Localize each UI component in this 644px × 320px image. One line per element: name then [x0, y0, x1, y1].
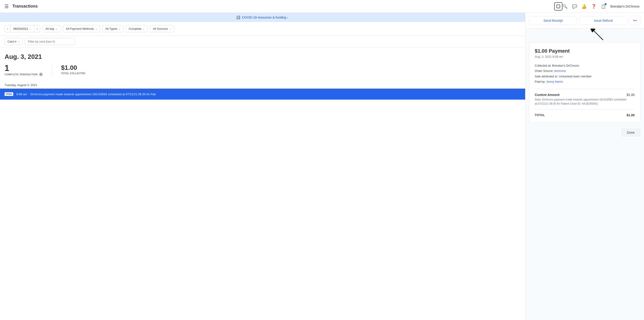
paid-by-row: Paid by: Jenny Harris — [535, 79, 635, 84]
transaction-row[interactable]: VISA 9:08 am Drchrono payment made towar… — [0, 89, 525, 100]
message-icon[interactable]: 💬 — [572, 4, 577, 9]
bell-icon[interactable]: 🔔 — [582, 4, 587, 9]
help-icon[interactable]: ❓ — [591, 4, 596, 9]
date-navigator: ‹ 08/03/2021 ⌄ › — [4, 25, 40, 32]
order-source-label: Order Source: — [535, 69, 554, 73]
user-name[interactable]: Brendan's DrChrono — [610, 5, 640, 8]
line-item-note: Note: Drchrono payment made towards appo… — [535, 97, 627, 106]
page-title: Transactions — [12, 4, 554, 9]
arrow-annotation — [526, 29, 644, 42]
all-sources-label: All Sources — [153, 27, 168, 31]
line-item-left: Custom Amount Note: Drchrono payment mad… — [535, 93, 627, 106]
payment-time: Aug. 3, 2021 9:08 am — [535, 55, 635, 58]
next-date-button[interactable]: › — [34, 25, 40, 32]
card-number-filter[interactable]: Card # ⌄ — [4, 38, 22, 45]
issue-refund-button[interactable]: Issue Refund — [579, 16, 627, 25]
payment-methods-filter[interactable]: All Payment Methods ⌄ — [63, 25, 100, 32]
hamburger-icon[interactable]: ☰ — [4, 4, 9, 9]
prev-date-button[interactable]: ‹ — [4, 25, 10, 32]
all-day-filter[interactable]: All day ⌄ — [42, 25, 60, 32]
payment-methods-chevron-icon: ⌄ — [95, 28, 97, 30]
date-chevron-icon: ⌄ — [30, 28, 31, 30]
line-item-custom-amount: Custom Amount Note: Drchrono payment mad… — [535, 93, 635, 106]
complete-label: Complete — [129, 27, 142, 31]
paid-by-link[interactable]: Jenny Harris — [546, 80, 563, 83]
all-types-label: All Types — [105, 27, 118, 31]
receipt-icon[interactable]: 📋 — [601, 4, 606, 9]
date-heading: Aug. 3, 2021 — [0, 48, 525, 64]
transaction-time: 9:08 am — [16, 92, 27, 96]
transaction-count-label: COMPLETE TRANSACTION i — [4, 73, 42, 76]
divider-2 — [535, 109, 635, 110]
payment-meta: Collected at: Brendan's DrChrono Order S… — [535, 63, 635, 84]
covid-info-icon: ℹ️ — [236, 16, 240, 19]
all-day-label: All day — [46, 27, 54, 31]
covid-banner[interactable]: ℹ️ COVID-19 resources & funding › — [0, 13, 525, 22]
collected-at-label: Collected at: — [535, 64, 551, 67]
notification-dot — [605, 3, 606, 5]
order-source-link[interactable]: drchrono — [554, 69, 566, 73]
line-item-label: Custom Amount — [535, 93, 627, 97]
card-search-input[interactable] — [25, 38, 75, 45]
all-sources-filter[interactable]: All Sources ⌄ — [150, 25, 174, 32]
payment-title: $1.00 Payment — [535, 48, 635, 54]
all-sources-chevron-icon: ⌄ — [169, 28, 171, 30]
date-filter[interactable]: 08/03/2021 ⌄ — [10, 25, 34, 32]
done-area: Done — [526, 126, 644, 139]
send-receipt-button[interactable]: Send Receipt — [529, 16, 577, 25]
top-nav: ☰ Transactions 🔍 💬 🔔 ❓ 📋 Brendan's DrChr… — [0, 0, 644, 13]
total-collected-stat: $1.00 TOTAL COLLECTED — [61, 64, 85, 75]
transaction-count: 1 — [4, 64, 42, 72]
arrow-svg — [590, 29, 608, 41]
left-panel: ℹ️ COVID-19 resources & funding › ‹ 08/0… — [0, 13, 525, 320]
complete-filter[interactable]: Complete ⌄ — [126, 25, 148, 32]
square-logo-inner — [556, 5, 560, 8]
payment-detail-card: $1.00 Payment Aug. 3, 2021 9:08 am Colle… — [529, 42, 640, 123]
complete-chevron-icon: ⌄ — [143, 28, 145, 30]
all-types-filter[interactable]: All Types ⌄ — [102, 25, 124, 32]
all-day-chevron-icon: ⌄ — [56, 28, 58, 30]
total-row: TOTAL $1.00 — [535, 113, 635, 117]
main-layout: ℹ️ COVID-19 resources & funding › ‹ 08/0… — [0, 13, 644, 320]
filter-bar: ‹ 08/03/2021 ⌄ › All day ⌄ All Payment M… — [0, 22, 525, 36]
right-actions: Send Receipt Issue Refund ••• — [526, 13, 644, 29]
square-logo — [554, 2, 562, 11]
info-icon: i — [39, 73, 42, 76]
total-collected-amount: $1.00 — [61, 64, 85, 71]
search-icon[interactable]: 🔍 — [562, 4, 568, 9]
sale-attributed-label: Sale attributed to: — [535, 75, 558, 78]
right-panel: Send Receipt Issue Refund ••• $1.00 Paym… — [525, 13, 644, 320]
done-button[interactable]: Done — [622, 129, 640, 136]
all-types-chevron-icon: ⌄ — [118, 28, 120, 30]
divider-1 — [535, 89, 635, 89]
nav-actions: 🔍 💬 🔔 ❓ 📋 Brendan's DrChrono — [562, 4, 640, 9]
transaction-date-label: Tuesday, August 3, 2021 — [0, 81, 525, 89]
sale-attributed-row: Sale attributed to: Untracked team membe… — [535, 74, 635, 79]
paid-by-label: Paid by: — [535, 80, 546, 83]
more-options-button[interactable]: ••• — [630, 16, 640, 25]
total-label: TOTAL — [535, 113, 545, 117]
card-filter-row: Card # ⌄ — [0, 36, 525, 48]
order-source-row: Order Source: drchrono — [535, 68, 635, 73]
card-chevron-icon: ⌄ — [18, 40, 20, 43]
payment-methods-label: All Payment Methods — [66, 27, 94, 31]
covid-banner-text: COVID-19 resources & funding › — [242, 16, 288, 19]
stats-divider — [52, 64, 52, 76]
transaction-description: Drchrono payment made towards appointmen… — [30, 92, 520, 96]
date-value: 08/03/2021 — [13, 27, 28, 31]
stats-row: 1 COMPLETE TRANSACTION i $1.00 TOTAL COL… — [0, 64, 525, 81]
visa-badge: VISA — [4, 92, 13, 96]
line-item-amount: $1.00 — [627, 93, 635, 97]
transaction-count-stat: 1 COMPLETE TRANSACTION i — [4, 64, 42, 76]
total-collected-label: TOTAL COLLECTED — [61, 72, 85, 75]
total-amount: $1.00 — [627, 113, 635, 117]
collected-at-row: Collected at: Brendan's DrChrono — [535, 63, 635, 68]
card-label: Card # — [8, 40, 16, 43]
